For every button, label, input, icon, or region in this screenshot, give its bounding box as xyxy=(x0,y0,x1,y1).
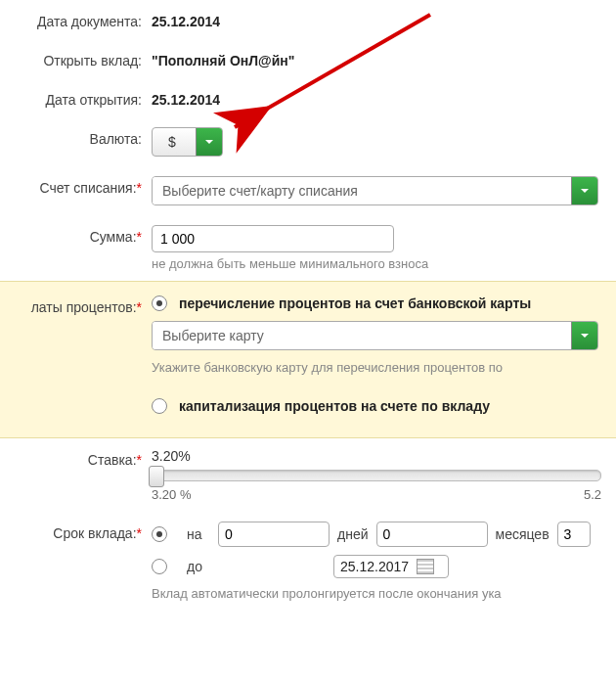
term-until-date-field[interactable]: 25.12.2017 xyxy=(333,555,449,578)
label-debit-account: Счет списания:* xyxy=(0,176,152,196)
interest-option-capitalize[interactable]: капитализация процентов на счете по вкла… xyxy=(152,398,616,414)
chevron-down-icon xyxy=(571,322,597,349)
debit-account-placeholder: Выберите счет/карту списания xyxy=(153,177,571,204)
label-amount: Сумма:* xyxy=(0,225,152,245)
rate-value: 3.20% xyxy=(152,448,616,464)
radio-icon xyxy=(152,398,167,414)
row-open-date: Дата открытия: 25.12.2014 xyxy=(0,78,616,117)
term-option-until[interactable]: до 25.12.2017 xyxy=(152,555,616,578)
radio-icon xyxy=(152,559,167,574)
row-term: Срок вклада:* на дней месяцев до 25.12.2… xyxy=(0,512,616,611)
row-rate: Ставка:* 3.20% 3.20 % 5.2 xyxy=(0,438,616,512)
interest-option-transfer[interactable]: перечисление процентов на счет банковско… xyxy=(152,295,616,311)
radio-icon xyxy=(152,526,167,542)
row-amount: Сумма:* не должна быть меньше минимально… xyxy=(0,215,616,281)
term-days-input[interactable] xyxy=(218,522,330,547)
term-years-input[interactable] xyxy=(557,522,591,547)
label-doc-date: Дата документа: xyxy=(0,10,152,29)
card-select[interactable]: Выберите карту xyxy=(152,321,598,350)
chevron-down-icon xyxy=(196,128,222,156)
debit-account-select[interactable]: Выберите счет/карту списания xyxy=(152,176,598,205)
currency-select[interactable]: $ xyxy=(152,127,223,157)
label-rate: Ставка:* xyxy=(0,448,152,468)
interest-section: латы процентов:* перечисление процентов … xyxy=(0,281,616,438)
value-open-date: 25.12.2014 xyxy=(152,88,616,108)
label-interest: латы процентов:* xyxy=(0,295,152,315)
card-hint: Укажите банковскую карту для перечислени… xyxy=(152,360,616,375)
value-deposit-name: "Пополняй ОнЛ@йн" xyxy=(152,49,616,68)
label-open-date: Дата открытия: xyxy=(0,88,152,108)
chevron-down-icon xyxy=(571,177,597,204)
currency-value: $ xyxy=(153,128,196,156)
row-open-deposit: Открыть вклад: "Пополняй ОнЛ@йн" xyxy=(0,39,616,78)
label-term: Срок вклада:* xyxy=(0,522,152,541)
label-open-deposit: Открыть вклад: xyxy=(0,49,152,68)
amount-hint: не должна быть меньше минимального взнос… xyxy=(152,256,616,271)
card-placeholder: Выберите карту xyxy=(153,322,571,349)
term-months-input[interactable] xyxy=(376,522,488,547)
row-doc-date: Дата документа: 25.12.2014 xyxy=(0,0,616,39)
term-hint: Вклад автоматически пролонгируется после… xyxy=(152,586,616,601)
amount-input[interactable] xyxy=(152,225,394,252)
row-currency: Валюта: $ xyxy=(0,117,616,166)
rate-max: 5.2 xyxy=(584,487,601,502)
rate-slider[interactable]: 3.20 % 5.2 xyxy=(152,470,601,502)
label-currency: Валюта: xyxy=(0,127,152,147)
row-debit-account: Счет списания:* Выберите счет/карту спис… xyxy=(0,166,616,215)
rate-min: 3.20 % xyxy=(152,487,191,502)
slider-thumb[interactable] xyxy=(149,466,164,487)
calendar-icon xyxy=(417,559,434,574)
value-doc-date: 25.12.2014 xyxy=(152,10,616,29)
term-option-for[interactable]: на дней месяцев xyxy=(152,522,616,547)
radio-icon xyxy=(152,295,167,311)
